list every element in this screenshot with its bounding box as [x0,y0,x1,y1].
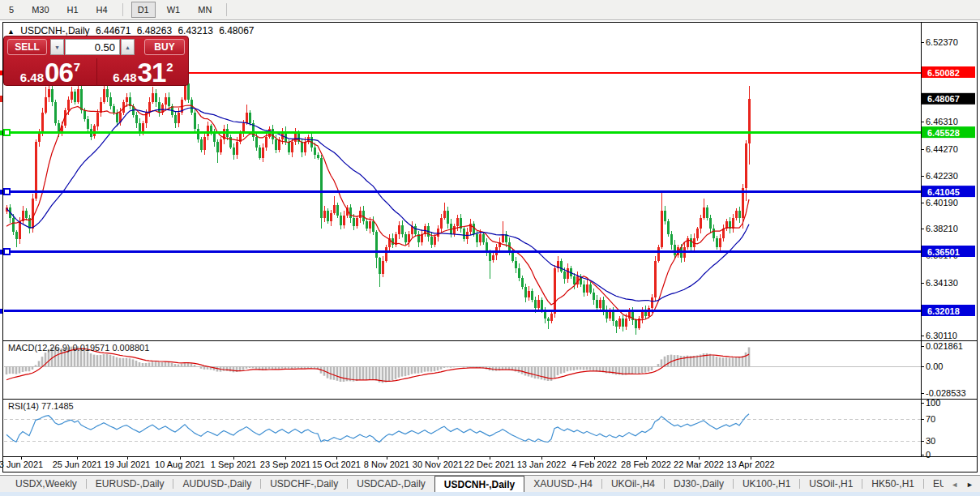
ohlc-close: 6.48067 [219,25,254,36]
chevron-down-icon: ▼ [54,45,60,50]
chart-symbol-period: USDCNH-,Daily [20,25,89,36]
one-click-trade-panel: SELL ▼ ▲ BUY 6.48 06 7 6.48 31 2 [3,36,189,86]
date-axis: 3 Jun 202125 Jun 202119 Jul 202110 Aug 2… [0,456,775,469]
date-tick-label: 13 Jan 2022 [517,460,567,469]
symbol-tabbar: USDX,WeeklyEURUSD-,DailyAUDUSD-,DailyUSD… [0,475,980,492]
macd-axis-label: 0.00 [926,361,943,371]
volume-decrease-button[interactable]: ▼ [50,39,64,55]
tab-scroll-arrows: ◄► [944,476,978,492]
buy-price-sup: 2 [166,60,173,74]
volume-input[interactable] [65,39,120,55]
macd-indicator-label: MACD(12,26,9) 0.019571 0.008801 [8,343,149,353]
date-tick-label: 1 Sep 2021 [211,460,256,469]
tab-usdx-weekly[interactable]: USDX,Weekly [6,476,86,492]
date-tick-label: 30 Nov 2021 [413,460,463,469]
timeframe-button-d1[interactable]: D1 [131,2,156,18]
toolbar-separator [122,3,123,16]
horizontal-line-objects [0,71,921,314]
date-tick-label: 28 Feb 2022 [621,460,671,469]
date-tick-label: 19 Jul 2021 [105,460,151,469]
macd-axis-label: 0.021861 [926,341,963,351]
rsi-axis-label: 30 [926,436,935,446]
volume-increase-button[interactable]: ▲ [121,39,135,55]
tab-scroll-left-icon[interactable]: ◄ [947,481,962,489]
candlesticks [6,62,751,334]
timeframe-button-mn[interactable]: MN [191,2,218,18]
window-bottom-strip [0,492,980,496]
tab-uk100-h1[interactable]: UK100-,H1 [734,476,799,492]
rsi-pane [4,414,921,443]
tab-dj30-daily[interactable]: DJ30-,Daily [665,476,733,492]
pane-frames [3,23,978,472]
date-tick-label: 22 Mar 2022 [674,460,724,469]
price-badge-label: 6.48067 [927,94,960,104]
date-tick-label: 10 Aug 2021 [155,460,205,469]
date-tick-label: 13 Apr 2022 [726,460,774,469]
tab-audusd-daily[interactable]: AUDUSD-,Daily [173,476,260,492]
price-badge-label: 6.36501 [927,247,960,257]
rsi-axis-label: 100 [926,398,940,408]
buy-price-display[interactable]: 6.48 31 2 [96,58,189,86]
tab-usdcad-daily[interactable]: USDCAD-,Daily [348,476,434,492]
price-tick-label: 6.42230 [926,171,958,181]
moving-average-lines [6,105,749,320]
price-tick-label: 6.34130 [926,278,958,288]
price-tick-label: 6.52370 [926,37,958,47]
toolbar-separator [226,3,227,16]
macd-axis-label: -0.028533 [926,388,966,398]
timeframe-button-h1[interactable]: H1 [61,2,85,18]
ohlc-open: 6.44671 [96,25,131,36]
rsi-axis-label: 70 [926,414,935,424]
price-badge-label: 6.41045 [927,187,960,197]
date-tick-label: 3 Jun 2021 [0,460,43,469]
price-badge-label: 6.45528 [927,128,960,138]
timeframe-toolbar: 5M30H1H4D1W1MN [0,0,980,20]
tab-hk50-h1[interactable]: HK50-,H1 [862,476,923,492]
tab-xauusd-h4[interactable]: XAUUSD-,H4 [524,476,601,492]
price-tick-label: 6.46310 [926,117,958,126]
buy-price-prefix: 6.48 [113,71,136,84]
date-tick-label: 22 Dec 2021 [464,460,515,469]
rsi-indicator-label: RSI(14) 77.1485 [8,401,74,411]
price-tick-label: 6.44270 [926,144,958,154]
buy-button[interactable]: BUY [144,39,185,55]
sell-price-big: 06 [45,61,73,84]
rsi-axis-label: 0 [926,450,931,460]
timeframe-button-m30[interactable]: M30 [25,2,55,18]
tab-usoil-h1[interactable]: USOil-,H1 [800,476,862,492]
collapse-arrow-icon[interactable]: ▲ [7,28,15,36]
date-tick-label: 4 Feb 2022 [571,460,617,469]
price-axis: 6.523706.463106.442706.422306.401906.382… [921,37,975,340]
buy-price-big: 31 [138,61,166,84]
trading-platform-window: { "toolbar": { "timeframes": ["5", "M30"… [0,0,980,496]
price-badge-label: 6.32018 [927,306,960,316]
price-tick-label: 6.30110 [926,331,957,340]
date-tick-label: 8 Nov 2021 [364,460,409,469]
ohlc-high: 6.48263 [137,25,172,36]
tab-usdchf-daily[interactable]: USDCHF-,Daily [261,476,347,492]
timeframe-button-w1[interactable]: W1 [160,2,187,18]
timeframe-button-5[interactable]: 5 [2,2,20,18]
ohlc-low: 6.43213 [178,25,212,36]
price-tick-label: 6.40190 [926,198,958,207]
sell-price-sup: 7 [74,60,80,74]
price-badge-label: 6.50082 [927,68,960,78]
tab-scroll-right-icon[interactable]: ► [962,481,978,489]
tab-ukoil-h4[interactable]: UKOil-,H4 [602,476,664,492]
chevron-up-icon: ▲ [125,45,131,50]
sell-price-display[interactable]: 6.48 06 7 [4,58,96,86]
date-tick-label: 23 Sep 2021 [260,460,310,469]
date-tick-label: 15 Oct 2021 [312,460,361,469]
indicator-axis-labels: 0.0218610.00-0.02853310070300 [921,341,966,460]
hline-anchor-marker[interactable] [4,130,10,135]
tab-eurusd-daily[interactable]: EURUSD-,Daily [87,476,173,492]
hline-anchor-marker[interactable] [4,249,10,254]
chart-header: ▲ USDCNH-,Daily 6.44671 6.48263 6.43213 … [7,25,258,36]
tab-usdcnh-daily[interactable]: USDCNH-,Daily [434,476,524,492]
price-tick-label: 6.38210 [926,224,958,233]
sell-price-prefix: 6.48 [20,71,44,84]
timeframe-button-h4[interactable]: H4 [90,2,114,18]
date-tick-label: 25 Jun 2021 [53,460,102,469]
sell-button[interactable]: SELL [7,39,47,55]
hline-anchor-marker[interactable] [4,189,10,195]
